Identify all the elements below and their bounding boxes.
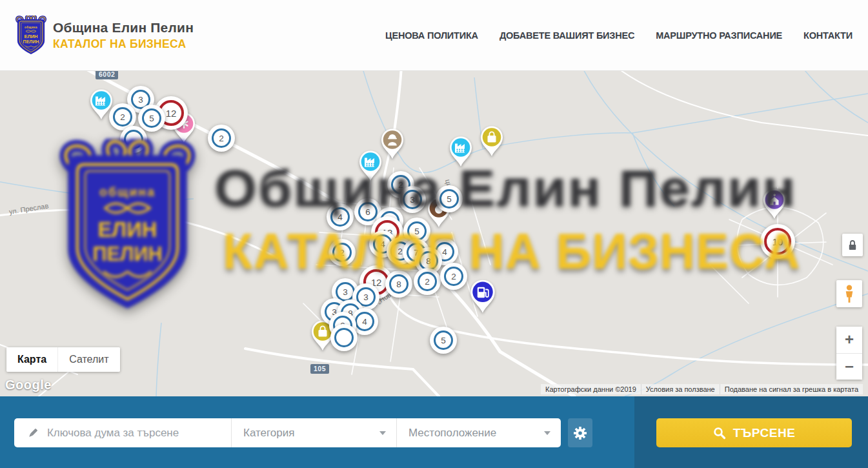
nav-contacts[interactable]: КОНТАКТИ — [803, 30, 853, 41]
cluster-marker[interactable]: 3 — [399, 186, 426, 213]
report-map-error-link[interactable]: Подаване на сигнал за грешка в картата — [720, 384, 863, 394]
advanced-settings-button[interactable] — [568, 418, 592, 447]
terms-of-use-link[interactable]: Условия за ползване — [641, 384, 720, 394]
fullscreen-lock-button[interactable] — [842, 234, 863, 256]
cluster-marker[interactable] — [120, 126, 147, 153]
map-type-map-button[interactable]: Карта — [6, 347, 57, 372]
chevron-down-icon — [379, 431, 386, 435]
map-type-control: Карта Сателит — [6, 347, 120, 372]
cluster-marker[interactable]: 5 — [138, 105, 165, 132]
municipality-crest-icon: община ЕЛИН ПЕЛИН — [14, 15, 48, 56]
site-subtitle: КАТАЛОГ НА БИЗНЕСА — [53, 37, 194, 51]
gear-icon — [572, 425, 588, 441]
google-logo[interactable]: Google — [5, 378, 52, 392]
search-icon — [713, 427, 726, 440]
map-attribution: Картографски данни ©2019 Условия за полз… — [541, 384, 863, 394]
factory-pin-marker[interactable] — [358, 150, 383, 185]
cluster-marker[interactable]: 2 — [208, 125, 235, 152]
map-canvas[interactable]: ул. Преславбул. „Новоселци“ции6002105 — [0, 71, 868, 396]
pencil-icon — [27, 427, 39, 440]
marker-layer: 31225223546713542274812822333843510 — [0, 71, 868, 396]
cluster-marker[interactable]: 5 — [436, 185, 463, 212]
church-pin-marker[interactable] — [762, 188, 787, 223]
site-title: Община Елин Пелин — [53, 20, 194, 36]
svg-text:ЕЛИН: ЕЛИН — [24, 34, 37, 39]
cluster-marker[interactable]: 2 — [440, 263, 467, 290]
map-data-copyright: Картографски данни ©2019 — [541, 384, 641, 394]
factory-pin-marker[interactable] — [448, 136, 474, 170]
cluster-marker[interactable]: 2 — [414, 268, 441, 295]
svg-text:община: община — [25, 25, 37, 29]
bag-pin-marker[interactable] — [479, 125, 505, 160]
chevron-down-icon — [544, 431, 550, 435]
site-logo[interactable]: община ЕЛИН ПЕЛИН Община Елин Пелин КАТА… — [14, 15, 194, 56]
pegman-icon — [842, 284, 856, 303]
street-view-pegman-button[interactable] — [836, 280, 862, 307]
search-fields-bar: Категория Местоположение — [14, 418, 561, 447]
location-select-label: Местоположение — [409, 427, 496, 440]
cluster-marker[interactable]: 10 — [760, 224, 795, 259]
zoom-in-button[interactable]: + — [836, 327, 862, 354]
location-select[interactable]: Местоположение — [396, 418, 561, 447]
map-type-satellite-button[interactable]: Сателит — [57, 347, 119, 372]
zoom-control: + − — [836, 327, 862, 380]
nav-pricing-policy[interactable]: ЦЕНОВА ПОЛИТИКА — [385, 30, 478, 41]
category-select[interactable]: Категория — [231, 418, 396, 447]
lock-icon — [847, 239, 858, 252]
keyword-search-input[interactable] — [47, 427, 222, 440]
keyword-field-segment — [14, 418, 231, 447]
nav-route-schedule[interactable]: МАРШРУТНО РАЗПИСАНИЕ — [656, 30, 782, 41]
search-button-label: ТЪРСЕНЕ — [733, 426, 796, 440]
brand-text: Община Елин Пелин КАТАЛОГ НА БИЗНЕСА — [53, 20, 194, 51]
main-nav: ЦЕНОВА ПОЛИТИКА ДОБАВЕТЕ ВАШИЯТ БИЗНЕС М… — [385, 0, 853, 71]
category-select-label: Категория — [243, 427, 294, 440]
cluster-marker[interactable] — [330, 324, 358, 351]
nav-add-your-business[interactable]: ДОБАВЕТЕ ВАШИЯТ БИЗНЕС — [500, 30, 634, 41]
search-button[interactable]: ТЪРСЕНЕ — [656, 418, 852, 447]
search-section: Категория Местоположение — [0, 396, 868, 468]
cluster-marker[interactable]: 4 — [327, 203, 354, 230]
page: община ЕЛИН ПЕЛИН Община Елин Пелин КАТА… — [0, 0, 868, 468]
cluster-marker[interactable]: 2 — [328, 239, 356, 266]
fuel-pin-marker[interactable] — [469, 279, 497, 317]
zoom-out-button[interactable]: − — [836, 354, 862, 380]
worker-pin-marker[interactable] — [379, 128, 405, 163]
site-header: община ЕЛИН ПЕЛИН Община Елин Пелин КАТА… — [0, 0, 868, 71]
cluster-marker[interactable]: 5 — [430, 327, 457, 354]
svg-text:ПЕЛИН: ПЕЛИН — [23, 39, 39, 44]
cluster-marker[interactable]: 8 — [385, 270, 412, 298]
